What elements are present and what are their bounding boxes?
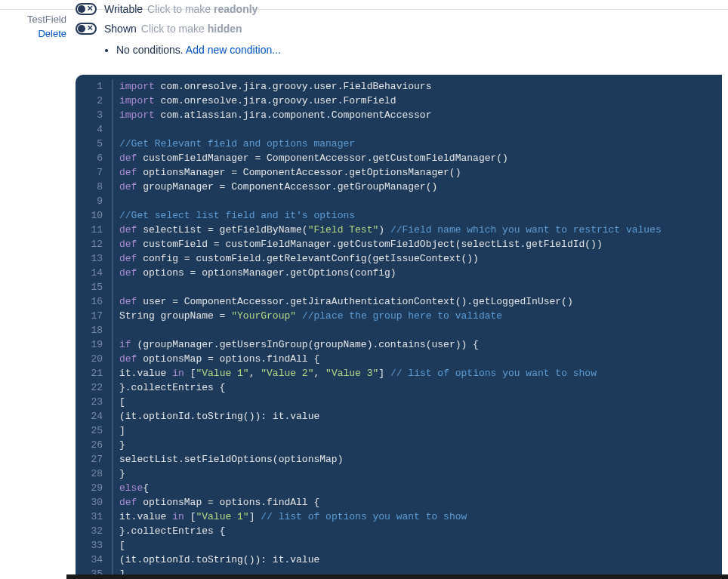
line-number: 28 xyxy=(76,467,103,481)
field-name-label: TestField xyxy=(0,14,76,25)
line-number: 24 xyxy=(76,409,103,423)
code-line[interactable]: def user = ComponentAccessor.getJiraAuth… xyxy=(119,294,722,309)
code-line[interactable]: def selectList = getFieldByName("Field T… xyxy=(119,223,722,237)
code-line[interactable]: import com.onresolve.jira.groovy.user.Fi… xyxy=(119,79,722,94)
line-number: 9 xyxy=(76,194,103,208)
line-number: 15 xyxy=(76,280,103,294)
line-number: 25 xyxy=(76,423,103,438)
code-line[interactable] xyxy=(119,323,722,337)
code-line[interactable]: else{ xyxy=(119,481,722,495)
shown-row[interactable]: ShownClick to make hidden xyxy=(76,20,728,38)
line-number: 7 xyxy=(76,165,103,180)
code-line[interactable]: def customFieldManager = ComponentAccess… xyxy=(119,151,722,165)
code-line[interactable]: //Get Relevant field and options manager xyxy=(119,137,722,151)
code-editor[interactable]: 1234567891011121314151617181920212223242… xyxy=(76,75,722,579)
code-line[interactable]: def optionsManager = ComponentAccessor.g… xyxy=(119,165,722,180)
code-line[interactable]: def customField = customFieldManager.get… xyxy=(119,237,722,251)
main-area: WritableClick to make readonlyShownClick… xyxy=(76,0,728,56)
line-number: 27 xyxy=(76,452,103,467)
line-number: 18 xyxy=(76,323,103,337)
code-line[interactable]: def config = customField.getRelevantConf… xyxy=(119,251,722,266)
line-number: 12 xyxy=(76,237,103,251)
code-line[interactable]: if (groupManager.getUsersInGroup(groupNa… xyxy=(119,337,722,352)
option-hint: Click to make hidden xyxy=(141,23,242,35)
line-number: 20 xyxy=(76,352,103,366)
line-number: 22 xyxy=(76,380,103,395)
conditions-item: No conditions. Add new condition... xyxy=(116,44,728,56)
delete-link[interactable]: Delete xyxy=(0,28,76,39)
toggle-icon[interactable] xyxy=(76,23,97,35)
line-number: 6 xyxy=(76,151,103,165)
code-line[interactable]: }.collectEntries { xyxy=(119,524,722,538)
line-number: 26 xyxy=(76,438,103,452)
code-line[interactable]: (it.optionId.toString()): it.value xyxy=(119,409,722,423)
option-hint: Click to make readonly xyxy=(147,3,258,15)
add-condition-link[interactable]: Add new condition... xyxy=(186,44,281,56)
line-number: 17 xyxy=(76,309,103,323)
line-number: 14 xyxy=(76,266,103,280)
code-line[interactable]: [ xyxy=(119,538,722,553)
line-number: 13 xyxy=(76,251,103,266)
line-number: 21 xyxy=(76,366,103,380)
editor-gutter: 1234567891011121314151617181920212223242… xyxy=(76,79,112,579)
editor-code-area[interactable]: import com.onresolve.jira.groovy.user.Fi… xyxy=(112,79,722,579)
code-line[interactable]: //Get select list field and it's options xyxy=(119,208,722,223)
conditions-block: No conditions. Add new condition... xyxy=(98,44,728,56)
line-number: 5 xyxy=(76,137,103,151)
code-line[interactable]: }.collectEntries { xyxy=(119,380,722,395)
line-number: 33 xyxy=(76,538,103,553)
code-line[interactable]: } xyxy=(119,467,722,481)
line-number: 34 xyxy=(76,553,103,567)
code-line[interactable] xyxy=(119,122,722,137)
conditions-text: No conditions. xyxy=(116,44,184,56)
code-line[interactable]: } xyxy=(119,438,722,452)
line-number: 30 xyxy=(76,495,103,510)
code-line[interactable]: def groupManager = ComponentAccessor.get… xyxy=(119,180,722,194)
side-panel: TestField Delete xyxy=(0,14,76,39)
line-number: 3 xyxy=(76,108,103,122)
code-line[interactable]: def optionsMap = options.findAll { xyxy=(119,352,722,366)
code-line[interactable]: import com.onresolve.jira.groovy.user.Fo… xyxy=(119,94,722,108)
code-line[interactable]: selectList.setFieldOptions(optionsMap) xyxy=(119,452,722,467)
code-line[interactable]: [ xyxy=(119,395,722,409)
code-line[interactable] xyxy=(119,194,722,208)
line-number: 11 xyxy=(76,223,103,237)
toggle-icon[interactable] xyxy=(76,3,97,15)
line-number: 2 xyxy=(76,94,103,108)
line-number: 1 xyxy=(76,79,103,94)
line-number: 23 xyxy=(76,395,103,409)
line-number: 8 xyxy=(76,180,103,194)
code-line[interactable]: (it.optionId.toString()): it.value xyxy=(119,553,722,567)
code-line[interactable]: import com.atlassian.jira.component.Comp… xyxy=(119,108,722,122)
bottom-shadow xyxy=(66,574,728,579)
option-title: Writable xyxy=(104,3,143,15)
line-number: 4 xyxy=(76,122,103,137)
code-line[interactable]: ] xyxy=(119,423,722,438)
code-line[interactable]: def optionsMap = options.findAll { xyxy=(119,495,722,510)
line-number: 10 xyxy=(76,208,103,223)
code-line[interactable]: def options = optionsManager.getOptions(… xyxy=(119,266,722,280)
writable-row[interactable]: WritableClick to make readonly xyxy=(76,0,728,18)
line-number: 16 xyxy=(76,294,103,309)
line-number: 29 xyxy=(76,481,103,495)
line-number: 19 xyxy=(76,337,103,352)
line-number: 31 xyxy=(76,510,103,524)
code-line[interactable] xyxy=(119,280,722,294)
option-title: Shown xyxy=(104,23,137,35)
code-line[interactable]: it.value in ["Value 1", "Value 2", "Valu… xyxy=(119,366,722,380)
line-number: 32 xyxy=(76,524,103,538)
code-line[interactable]: it.value in ["Value 1"] // list of optio… xyxy=(119,510,722,524)
code-line[interactable]: String groupName = "YourGroup" //place t… xyxy=(119,309,722,323)
